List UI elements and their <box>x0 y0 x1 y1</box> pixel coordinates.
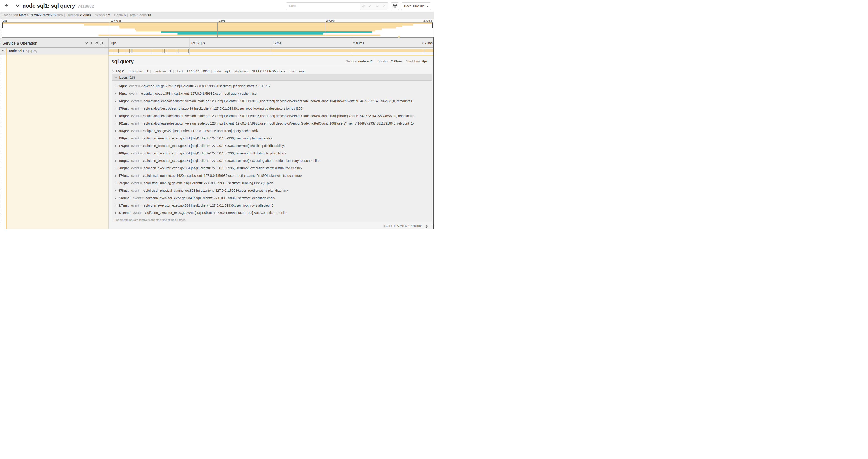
svg-text:0μs: 0μs <box>3 19 7 22</box>
svg-text:2.09ms: 2.09ms <box>326 19 335 22</box>
svg-text:1.4ms: 1.4ms <box>218 19 225 22</box>
svg-text:2.79ms: 2.79ms <box>424 19 432 22</box>
svg-text:697.75μs: 697.75μs <box>111 19 121 22</box>
